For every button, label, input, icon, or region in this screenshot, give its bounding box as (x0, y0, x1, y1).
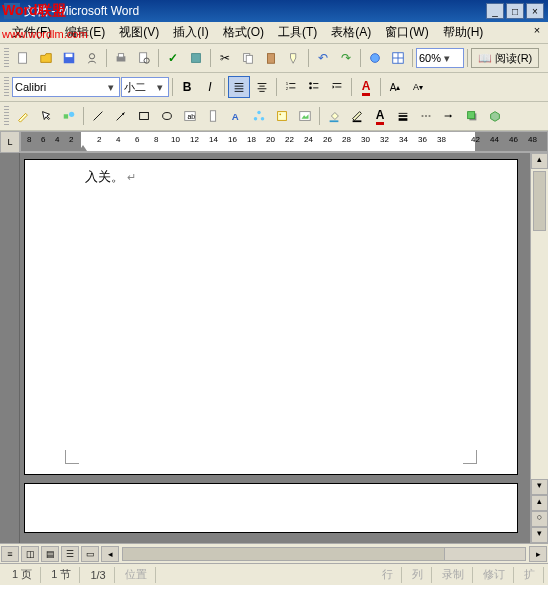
normal-view-button[interactable]: ≡ (1, 546, 19, 562)
font-size-combo[interactable]: 小二▾ (121, 77, 169, 97)
3d-button[interactable] (484, 105, 506, 127)
spellcheck-button[interactable]: ✓ (162, 47, 184, 69)
shadow-button[interactable] (461, 105, 483, 127)
horizontal-scrollbar[interactable] (122, 547, 526, 561)
diagram-button[interactable] (248, 105, 270, 127)
line-color-button[interactable] (346, 105, 368, 127)
toolbar-grip[interactable] (4, 106, 9, 126)
status-extend[interactable]: 扩 (516, 567, 544, 583)
table-button[interactable] (387, 47, 409, 69)
bullet-list-button[interactable] (303, 76, 325, 98)
scroll-down-button[interactable]: ▾ (531, 479, 548, 495)
vertical-scrollbar[interactable]: ▴ ▾ ▴ ○ ▾ (530, 153, 548, 543)
chevron-down-icon[interactable]: ▾ (105, 81, 117, 94)
menu-edit[interactable]: 编辑(E) (59, 22, 111, 43)
status-section[interactable]: 1 节 (43, 567, 80, 583)
minimize-button[interactable]: _ (486, 3, 504, 19)
redo-button[interactable]: ↷ (335, 47, 357, 69)
font-color-button[interactable]: A (355, 76, 377, 98)
reading-view-button[interactable]: ▭ (81, 546, 99, 562)
indent-marker[interactable] (79, 143, 87, 151)
preview-button[interactable] (133, 47, 155, 69)
research-button[interactable] (185, 47, 207, 69)
open-button[interactable] (35, 47, 57, 69)
next-page-button[interactable]: ▾ (531, 527, 548, 543)
vertical-textbox-button[interactable] (202, 105, 224, 127)
menu-tools[interactable]: 工具(T) (272, 22, 323, 43)
close-button[interactable]: × (526, 3, 544, 19)
menu-help[interactable]: 帮助(H) (437, 22, 490, 43)
font-combo[interactable]: Calibri▾ (12, 77, 120, 97)
copy-button[interactable] (237, 47, 259, 69)
menu-file[interactable]: 文件(F) (6, 22, 57, 43)
toolbar-grip[interactable] (4, 77, 9, 97)
permissions-button[interactable] (81, 47, 103, 69)
scroll-right-button[interactable]: ▸ (529, 546, 547, 562)
oval-button[interactable] (156, 105, 178, 127)
menu-window[interactable]: 窗口(W) (379, 22, 434, 43)
save-button[interactable] (58, 47, 80, 69)
fill-color-button[interactable] (323, 105, 345, 127)
arrow-button[interactable] (110, 105, 132, 127)
shrink-font-button[interactable]: A▾ (407, 76, 429, 98)
clipart-button[interactable] (271, 105, 293, 127)
status-page[interactable]: 1 页 (4, 567, 41, 583)
svg-rect-0 (19, 53, 27, 64)
select-objects-button[interactable] (35, 105, 57, 127)
scroll-left-button[interactable]: ◂ (101, 546, 119, 562)
menu-table[interactable]: 表格(A) (325, 22, 377, 43)
grow-font-button[interactable]: A▴ (384, 76, 406, 98)
autoshapes-button[interactable] (58, 105, 80, 127)
status-record[interactable]: 录制 (434, 567, 473, 583)
maximize-button[interactable]: □ (506, 3, 524, 19)
chevron-down-icon[interactable]: ▾ (154, 81, 166, 94)
scroll-thumb[interactable] (123, 548, 445, 560)
zoom-combo[interactable]: 60%▾ (416, 48, 464, 68)
vertical-ruler[interactable] (0, 153, 20, 543)
web-view-button[interactable]: ◫ (21, 546, 39, 562)
print-button[interactable] (110, 47, 132, 69)
status-pages[interactable]: 1/3 (82, 567, 114, 583)
undo-button[interactable]: ↶ (312, 47, 334, 69)
browse-object-button[interactable]: ○ (531, 511, 548, 527)
document-text[interactable]: 入关。 (85, 169, 124, 184)
align-center-button[interactable] (251, 76, 273, 98)
cut-button[interactable]: ✂ (214, 47, 236, 69)
paste-button[interactable] (260, 47, 282, 69)
numbered-list-button[interactable]: 12 (280, 76, 302, 98)
print-view-button[interactable]: ▤ (41, 546, 59, 562)
outline-view-button[interactable]: ☰ (61, 546, 79, 562)
wordart-button[interactable]: A (225, 105, 247, 127)
indent-button[interactable] (326, 76, 348, 98)
new-button[interactable] (12, 47, 34, 69)
format-painter-button[interactable] (283, 47, 305, 69)
line-style-button[interactable] (392, 105, 414, 127)
align-justify-button[interactable] (228, 76, 250, 98)
line-button[interactable] (87, 105, 109, 127)
doc-close-button[interactable]: × (530, 24, 544, 38)
menu-view[interactable]: 视图(V) (113, 22, 165, 43)
tab-selector[interactable]: L (0, 131, 20, 153)
italic-button[interactable]: I (199, 76, 221, 98)
menu-insert[interactable]: 插入(I) (167, 22, 214, 43)
hyperlink-button[interactable] (364, 47, 386, 69)
status-revision[interactable]: 修订 (475, 567, 514, 583)
arrow-style-button[interactable] (438, 105, 460, 127)
bold-button[interactable]: B (176, 76, 198, 98)
toolbar-grip[interactable] (4, 48, 9, 68)
document-page[interactable]: 入关。 ↵ (24, 159, 518, 475)
scroll-thumb[interactable] (533, 171, 546, 231)
textbox-button[interactable]: ab (179, 105, 201, 127)
scroll-up-button[interactable]: ▴ (531, 153, 548, 169)
horizontal-ruler[interactable]: 8 6 4 2 2 4 6 8 10 12 14 16 18 20 22 24 … (20, 131, 548, 152)
draw-menu-button[interactable] (12, 105, 34, 127)
document-page-next[interactable] (24, 483, 518, 533)
insert-picture-button[interactable] (294, 105, 316, 127)
prev-page-button[interactable]: ▴ (531, 495, 548, 511)
menu-format[interactable]: 格式(O) (217, 22, 270, 43)
chevron-down-icon[interactable]: ▾ (441, 52, 453, 65)
reading-layout-button[interactable]: 📖阅读(R) (471, 48, 539, 68)
font-color-button-2[interactable]: A (369, 105, 391, 127)
dash-style-button[interactable] (415, 105, 437, 127)
rectangle-button[interactable] (133, 105, 155, 127)
